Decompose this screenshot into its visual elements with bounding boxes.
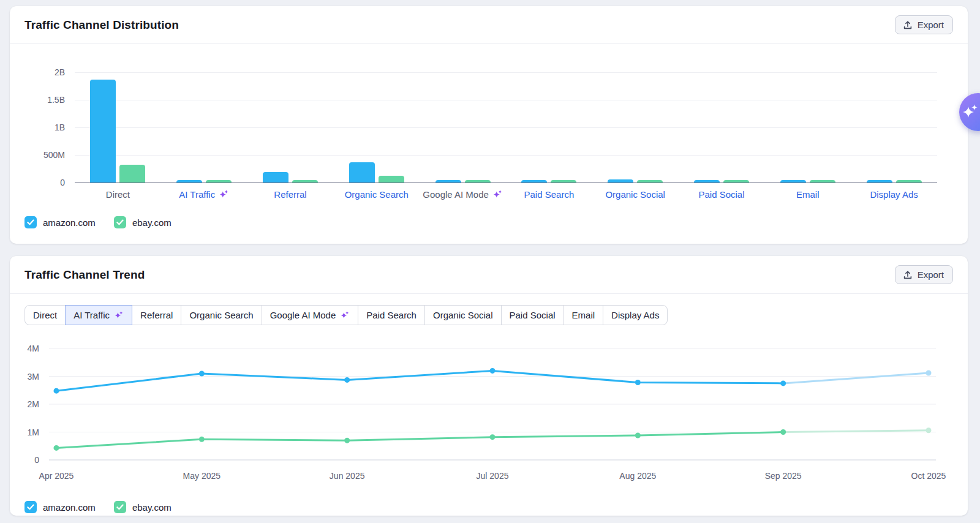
checkmark-icon <box>116 219 124 225</box>
tab-referral[interactable]: Referral <box>132 305 181 325</box>
data-point-marker <box>926 427 932 433</box>
trend-card-title: Traffic Channel Trend <box>24 268 145 282</box>
bar-group <box>420 72 506 182</box>
x-axis-label[interactable]: Organic Social <box>592 189 679 200</box>
x-axis-label[interactable]: Organic Search <box>333 189 420 200</box>
x-tick-label: Jul 2025 <box>477 471 509 481</box>
tab-email[interactable]: Email <box>564 305 604 325</box>
legend-item[interactable]: ebay.com <box>114 501 172 513</box>
channel-tabs: DirectAI TrafficReferralOrganic SearchGo… <box>24 305 668 325</box>
ai-sparkles-icon <box>219 189 229 200</box>
checkmark-icon <box>27 504 34 510</box>
tab-display-ads[interactable]: Display Ads <box>603 305 668 325</box>
y-tick-label: 1M <box>28 428 39 437</box>
legend-checkbox[interactable] <box>24 501 37 513</box>
x-axis-label[interactable]: Paid Social <box>679 189 765 200</box>
x-axis-label-text: Organic Social <box>605 189 665 200</box>
legend-label: ebay.com <box>132 217 172 228</box>
line-chart-y-axis: 4M3M2M1M0 <box>24 340 49 468</box>
bar-amazon.com <box>780 180 806 182</box>
tab-label: Organic Search <box>189 310 253 320</box>
trend-line-projected-amazon.com <box>783 373 929 383</box>
y-tick-label: 0 <box>60 178 65 187</box>
bar-amazon.com <box>349 162 375 182</box>
tab-label: Direct <box>33 310 57 320</box>
legend-item[interactable]: amazon.com <box>24 216 96 228</box>
bar-group <box>506 72 592 182</box>
x-axis-label[interactable]: AI Traffic <box>161 189 247 200</box>
tab-paid-search[interactable]: Paid Search <box>358 305 425 325</box>
tab-label: Organic Social <box>433 310 493 320</box>
x-axis-label-text: Direct <box>106 189 130 200</box>
trend-export-button[interactable]: Export <box>895 265 953 284</box>
tab-google-ai-mode[interactable]: Google AI Mode <box>262 305 359 325</box>
bar-amazon.com <box>521 180 547 182</box>
tab-ai-traffic[interactable]: AI Traffic <box>65 305 132 325</box>
export-button-label: Export <box>918 20 944 30</box>
tab-label: AI Traffic <box>74 310 110 320</box>
tab-paid-social[interactable]: Paid Social <box>501 305 564 325</box>
line-chart-plot-area <box>49 340 936 468</box>
export-button-label: Export <box>918 269 944 280</box>
x-axis-label[interactable]: Referral <box>247 189 334 200</box>
legend-label: ebay.com <box>132 502 172 513</box>
bar-group <box>75 72 161 182</box>
legend-item[interactable]: amazon.com <box>24 501 96 513</box>
bar-amazon.com <box>263 172 288 182</box>
x-axis-label[interactable]: Display Ads <box>851 189 937 200</box>
distribution-card-title: Traffic Channel Distribution <box>24 18 179 32</box>
data-point-marker <box>490 368 496 374</box>
tab-organic-search[interactable]: Organic Search <box>181 305 262 325</box>
traffic-channel-distribution-card: Traffic Channel Distribution Export 2B1.… <box>10 6 968 244</box>
data-point-marker <box>635 432 641 438</box>
bar-chart-plot-area <box>75 72 937 182</box>
ai-sparkles-icon <box>114 310 124 320</box>
bar-ebay.com <box>119 165 145 182</box>
bar-ebay.com <box>292 180 318 182</box>
bar-ebay.com <box>810 180 835 182</box>
y-tick-label: 1.5B <box>47 96 65 104</box>
x-axis-label-text: Paid Social <box>698 189 744 200</box>
bar-chart-bars <box>75 72 937 182</box>
bar-amazon.com <box>90 80 116 182</box>
x-tick-label: Aug 2025 <box>619 471 656 481</box>
bar-ebay.com <box>206 180 232 182</box>
bar-chart: 2B1.5B1B500M0 <box>10 44 968 182</box>
data-point-marker <box>54 445 59 451</box>
x-tick-label: Jun 2025 <box>330 471 365 481</box>
x-axis-label[interactable]: Paid Search <box>506 189 592 200</box>
legend-checkbox[interactable] <box>114 216 126 228</box>
legend-checkbox[interactable] <box>24 216 37 228</box>
x-axis-label[interactable]: Email <box>764 189 851 200</box>
x-axis-label-text: Email <box>796 189 820 200</box>
legend-checkbox[interactable] <box>114 501 126 513</box>
tab-organic-social[interactable]: Organic Social <box>424 305 502 325</box>
y-tick-label: 2M <box>28 400 39 408</box>
legend-item[interactable]: ebay.com <box>114 216 172 228</box>
legend-label: amazon.com <box>43 217 96 228</box>
bar-ebay.com <box>637 180 663 182</box>
bar-group <box>764 72 851 182</box>
x-tick-label: Oct 2025 <box>911 471 946 481</box>
bar-amazon.com <box>867 180 892 182</box>
sparkles-icon <box>961 103 979 121</box>
data-point-marker <box>780 380 786 386</box>
bar-group <box>161 72 247 182</box>
bar-chart-y-axis: 2B1.5B1B500M0 <box>24 72 75 182</box>
bar-group <box>679 72 765 182</box>
data-point-marker <box>344 438 350 443</box>
x-axis-label-text: Referral <box>274 189 306 200</box>
trend-line-chart-svg <box>49 340 936 468</box>
distribution-export-button[interactable]: Export <box>895 15 953 34</box>
bar-chart-x-axis: DirectAI TrafficReferralOrganic SearchGo… <box>75 189 937 200</box>
bar-ebay.com <box>896 180 922 182</box>
y-tick-label: 0 <box>34 456 39 464</box>
tab-label: Referral <box>140 310 173 320</box>
tab-direct[interactable]: Direct <box>24 305 66 325</box>
line-chart: 4M3M2M1M0 <box>10 325 968 468</box>
trend-line-amazon.com <box>56 371 783 391</box>
bar-ebay.com <box>465 180 491 182</box>
tab-label: Google AI Mode <box>270 310 336 320</box>
checkmark-icon <box>116 504 124 510</box>
bar-group <box>592 72 679 182</box>
